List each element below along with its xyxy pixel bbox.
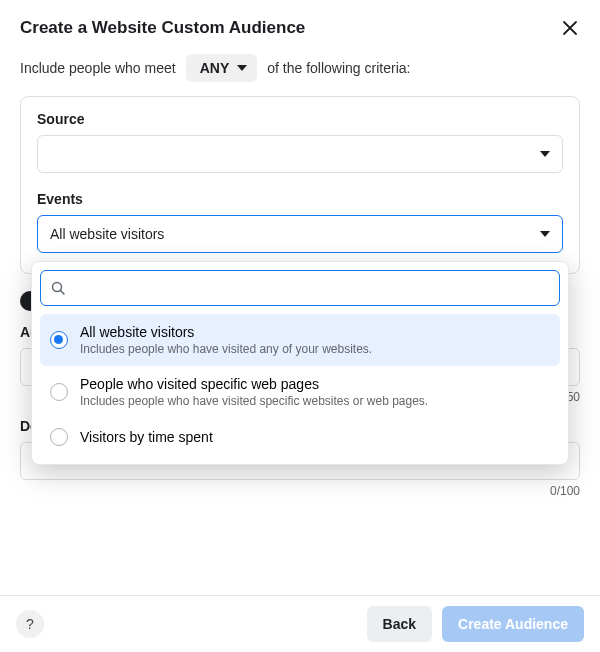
back-button[interactable]: Back (367, 606, 432, 642)
help-icon: ? (26, 616, 34, 632)
events-dropdown: All website visitors Includes people who… (31, 261, 569, 465)
help-button[interactable]: ? (16, 610, 44, 638)
events-value: All website visitors (50, 226, 164, 242)
criteria-suffix: of the following criteria: (267, 60, 410, 76)
source-label: Source (37, 111, 563, 127)
dialog-header: Create a Website Custom Audience (0, 0, 600, 48)
criteria-text: Include people who meet ANY of the follo… (0, 48, 600, 96)
dialog-title: Create a Website Custom Audience (20, 18, 305, 38)
option-title: People who visited specific web pages (80, 376, 428, 392)
dropdown-search[interactable] (40, 270, 560, 306)
radio-icon (50, 383, 68, 401)
criteria-mode-selector[interactable]: ANY (186, 54, 258, 82)
events-label: Events (37, 191, 563, 207)
close-button[interactable] (560, 18, 580, 38)
description-counter: 0/100 (20, 484, 580, 498)
svg-line-1 (61, 291, 65, 295)
caret-down-icon (540, 151, 550, 157)
footer-buttons: Back Create Audience (367, 606, 584, 642)
event-option-specific-pages[interactable]: People who visited specific web pages In… (40, 366, 560, 418)
option-subtitle: Includes people who have visited specifi… (80, 394, 428, 408)
criteria-prefix: Include people who meet (20, 60, 176, 76)
source-field: Source (37, 111, 563, 173)
radio-icon (50, 428, 68, 446)
option-subtitle: Includes people who have visited any of … (80, 342, 372, 356)
option-title: All website visitors (80, 324, 372, 340)
events-field: Events All website visitors (37, 191, 563, 253)
criteria-panel: Source Events All website visitors All w… (20, 96, 580, 274)
option-title: Visitors by time spent (80, 429, 213, 445)
criteria-mode-value: ANY (200, 60, 230, 76)
search-input[interactable] (73, 280, 549, 296)
events-select[interactable]: All website visitors (37, 215, 563, 253)
close-icon (562, 20, 578, 36)
event-option-time-spent[interactable]: Visitors by time spent (40, 418, 560, 456)
source-select[interactable] (37, 135, 563, 173)
event-option-all-visitors[interactable]: All website visitors Includes people who… (40, 314, 560, 366)
create-audience-button[interactable]: Create Audience (442, 606, 584, 642)
radio-icon (50, 331, 68, 349)
caret-down-icon (237, 65, 247, 71)
caret-down-icon (540, 231, 550, 237)
search-icon (51, 281, 65, 295)
dialog-footer: ? Back Create Audience (0, 595, 600, 652)
